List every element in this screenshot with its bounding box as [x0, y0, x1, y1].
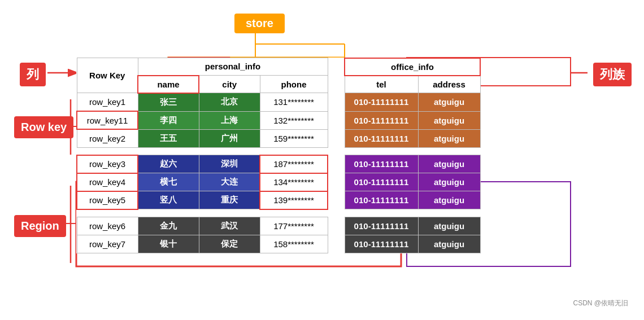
table-row: row_key6 金九 武汉 177******** 010-11111111 … — [77, 217, 480, 235]
gap-row — [77, 147, 480, 155]
name-cell: 李四 — [138, 111, 199, 129]
region-label: Region — [14, 215, 66, 237]
tel-cell: 010-11111111 — [345, 217, 418, 235]
table-row: row_key3 赵六 深圳 187******** 010-11111111 … — [77, 155, 480, 173]
city-cell: 深圳 — [199, 155, 260, 173]
address-cell: atguigu — [418, 235, 480, 253]
tel-header: tel — [345, 76, 418, 93]
main-table-wrap: Row Key personal_info office_info name c… — [76, 58, 481, 253]
office-info-header: office_info — [345, 58, 480, 76]
phone-cell: 177******** — [260, 217, 328, 235]
address-cell: atguigu — [418, 217, 480, 235]
key-cell: row_key3 — [77, 155, 138, 173]
phone-cell: 159******** — [260, 129, 328, 147]
name-header: name — [138, 76, 199, 93]
city-cell: 保定 — [199, 235, 260, 253]
personal-info-header: personal_info — [138, 58, 328, 76]
tel-cell: 010-11111111 — [345, 129, 418, 147]
phone-header: phone — [260, 76, 328, 93]
table-row: row_key2 王五 广州 159******** 010-11111111 … — [77, 129, 480, 147]
phone-cell: 187******** — [260, 155, 328, 173]
table-row: row_key5 竖八 重庆 139******** 010-11111111 … — [77, 191, 480, 209]
address-cell: atguigu — [418, 129, 480, 147]
phone-cell: 131******** — [260, 93, 328, 112]
key-cell: row_key1 — [77, 93, 138, 112]
phone-cell: 132******** — [260, 111, 328, 129]
city-cell: 武汉 — [199, 217, 260, 235]
tel-cell: 010-11111111 — [345, 93, 418, 112]
name-cell: 金九 — [138, 217, 199, 235]
lie-label: 列 — [20, 63, 46, 86]
tel-cell: 010-11111111 — [345, 111, 418, 129]
tel-cell: 010-11111111 — [345, 235, 418, 253]
name-cell: 张三 — [138, 93, 199, 112]
name-cell: 赵六 — [138, 155, 199, 173]
address-cell: atguigu — [418, 191, 480, 209]
address-cell: atguigu — [418, 111, 480, 129]
address-cell: atguigu — [418, 155, 480, 173]
key-cell: row_key6 — [77, 217, 138, 235]
name-cell: 王五 — [138, 129, 199, 147]
city-cell: 广州 — [199, 129, 260, 147]
address-cell: atguigu — [418, 173, 480, 191]
phone-cell: 158******** — [260, 235, 328, 253]
tel-cell: 010-11111111 — [345, 191, 418, 209]
city-cell: 上海 — [199, 111, 260, 129]
city-header: city — [199, 76, 260, 93]
table-row: row_key11 李四 上海 132******** 010-11111111… — [77, 111, 480, 129]
key-cell: row_key5 — [77, 191, 138, 209]
key-cell: row_key11 — [77, 111, 138, 129]
phone-cell: 134******** — [260, 173, 328, 191]
main-table: Row Key personal_info office_info name c… — [76, 58, 481, 253]
phone-cell: 139******** — [260, 191, 328, 209]
tel-cell: 010-11111111 — [345, 173, 418, 191]
gap-row — [77, 209, 480, 217]
address-cell: atguigu — [418, 93, 480, 112]
table-row: row_key1 张三 北京 131******** 010-11111111 … — [77, 93, 480, 112]
city-cell: 重庆 — [199, 191, 260, 209]
city-cell: 北京 — [199, 93, 260, 112]
store-label: store — [234, 14, 285, 33]
table-row: row_key7 银十 保定 158******** 010-11111111 … — [77, 235, 480, 253]
address-header: address — [418, 76, 480, 93]
key-cell: row_key2 — [77, 129, 138, 147]
liezu-label: 列族 — [593, 63, 632, 86]
watermark: CSDN @依晴无旧 — [573, 299, 628, 308]
rowkey-label: Row key — [14, 116, 73, 138]
header-row-1: Row Key personal_info office_info — [77, 58, 480, 76]
diagram-container: store 列 列族 Row key Region Row Key person… — [11, 8, 633, 313]
key-cell: row_key4 — [77, 173, 138, 191]
header-row-2: name city phone tel address — [77, 76, 480, 93]
rowkey-header: Row Key — [77, 58, 138, 93]
name-cell: 横七 — [138, 173, 199, 191]
tel-cell: 010-11111111 — [345, 155, 418, 173]
key-cell: row_key7 — [77, 235, 138, 253]
name-cell: 竖八 — [138, 191, 199, 209]
table-row: row_key4 横七 大连 134******** 010-11111111 … — [77, 173, 480, 191]
name-cell: 银十 — [138, 235, 199, 253]
city-cell: 大连 — [199, 173, 260, 191]
